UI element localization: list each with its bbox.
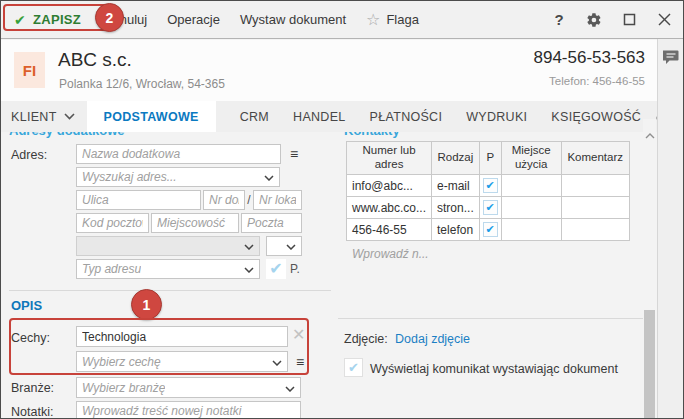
- contact-value-cell[interactable]: info@abc...: [347, 175, 432, 197]
- addresses-section-header: Adresy dodatkowe: [9, 132, 229, 139]
- post-input[interactable]: [241, 213, 302, 233]
- contact-comment-cell[interactable]: [561, 175, 629, 197]
- primary-label: P.: [290, 262, 300, 276]
- contacts-table: Numer lub adres Rodzaj P Miejsce użycia …: [346, 141, 630, 241]
- settings-gear-button[interactable]: [585, 11, 603, 29]
- gear-icon: [586, 12, 602, 28]
- help-button[interactable]: ?: [550, 11, 568, 29]
- address-type-combo[interactable]: Typ adresu: [76, 259, 260, 279]
- section-divider: [338, 318, 643, 319]
- tab-klient-label: KLIENT: [11, 110, 57, 124]
- close-button[interactable]: [655, 11, 673, 29]
- search-address-combo[interactable]: Wyszukaj adres...: [76, 167, 280, 187]
- notes-input[interactable]: [76, 401, 301, 419]
- contact-comment-cell[interactable]: [561, 197, 629, 219]
- photo-label: Zdjęcie:: [344, 332, 388, 346]
- tab-podstawowe[interactable]: PODSTAWOWE: [87, 101, 216, 132]
- contact-kind-cell[interactable]: e-mail: [432, 175, 480, 197]
- maximize-button[interactable]: [620, 11, 638, 29]
- address-label: Adres:: [11, 148, 47, 162]
- industry-label: Branże:: [11, 381, 54, 395]
- contact-kind-cell[interactable]: stron...: [432, 197, 480, 219]
- client-address: Polanka 12/6, Wrocław, 54-365: [59, 77, 225, 91]
- col-number: Numer lub adres: [347, 142, 432, 175]
- show-message-label: Wyświetlaj komunikat wystawiając dokumen…: [370, 362, 618, 376]
- contact-value-cell[interactable]: www.abc.co...: [347, 197, 432, 219]
- contact-usage-cell[interactable]: [501, 197, 561, 219]
- contact-row: 456-46-55 telefon ✔: [347, 219, 630, 241]
- contact-primary-checkbox[interactable]: ✔: [483, 222, 498, 237]
- scroll-up-icon[interactable]: [645, 133, 655, 139]
- issue-document-button[interactable]: Wystaw dokument: [240, 12, 346, 27]
- add-photo-link[interactable]: Dodaj zdjęcie: [395, 332, 470, 346]
- zip-input[interactable]: [76, 213, 149, 233]
- close-icon: [658, 13, 671, 26]
- check-icon: ✔: [486, 201, 495, 213]
- contact-comment-cell[interactable]: [561, 219, 629, 241]
- check-icon: ✔: [486, 223, 495, 235]
- contact-row: www.abc.co... stron... ✔: [347, 197, 630, 219]
- address-form: ≡ Wyszukaj adres... /: [76, 144, 302, 282]
- chevron-down-icon: [244, 244, 254, 250]
- address-primary-check-icon[interactable]: ✔: [266, 259, 286, 279]
- chevron-down-icon: [64, 113, 75, 120]
- small-combo[interactable]: [266, 236, 302, 256]
- contact-primary-checkbox[interactable]: ✔: [483, 178, 498, 193]
- chevron-down-icon: [272, 360, 282, 366]
- tab-crm[interactable]: CRM: [240, 101, 269, 132]
- tab-klient[interactable]: KLIENT: [11, 101, 75, 132]
- save-button[interactable]: ✔ ZAPISZ: [1, 12, 91, 28]
- client-name: ABC s.c.: [58, 49, 132, 71]
- country-combo[interactable]: [76, 236, 260, 256]
- col-kind: Rodzaj: [432, 142, 480, 175]
- feature-input[interactable]: [76, 326, 288, 347]
- house-number-input[interactable]: [203, 190, 245, 210]
- col-comment: Komentarz: [561, 142, 629, 175]
- contact-usage-cell[interactable]: [501, 219, 561, 241]
- contact-primary-checkbox[interactable]: ✔: [483, 200, 498, 215]
- flag-button[interactable]: ☆ Flaga: [366, 12, 419, 28]
- flag-label: Flaga: [386, 12, 419, 27]
- new-contact-placeholder[interactable]: Wprowadź n...: [352, 247, 429, 261]
- industry-combo[interactable]: Wybierz branżę: [76, 377, 301, 398]
- check-icon: ✔: [486, 179, 495, 191]
- show-message-checkbox[interactable]: ✔: [344, 358, 363, 377]
- vertical-scrollbar[interactable]: [643, 119, 656, 418]
- contacts-header-row: Numer lub adres Rodzaj P Miejsce użycia …: [347, 142, 630, 175]
- col-usage: Miejsce użycia: [501, 142, 561, 175]
- client-edit-window: ✔ ZAPISZ Anuluj Operacje Wystaw dokument…: [0, 0, 684, 419]
- comment-icon[interactable]: [663, 49, 680, 65]
- operations-menu[interactable]: Operacje: [167, 12, 220, 27]
- client-tax-id: 894-56-53-563: [533, 48, 645, 68]
- contact-kind-cell[interactable]: telefon: [432, 219, 480, 241]
- tab-platnosci[interactable]: PŁATNOŚCI: [370, 101, 443, 132]
- clear-feature-icon[interactable]: ✕: [292, 327, 305, 343]
- client-phone: Telefon: 456-46-55: [549, 75, 645, 87]
- contact-usage-cell[interactable]: [501, 175, 561, 197]
- city-input[interactable]: [151, 213, 239, 233]
- tab-wydruki[interactable]: WYDRUKI: [466, 101, 527, 132]
- address-separator: /: [245, 193, 253, 207]
- tab-ksiegowosc[interactable]: KSIĘGOWOŚĆ: [551, 101, 641, 132]
- contact-row: info@abc... e-mail ✔: [347, 175, 630, 197]
- col-primary: P: [479, 142, 501, 175]
- side-panel-strip: [657, 39, 684, 418]
- extra-name-input[interactable]: [76, 144, 281, 164]
- feature-menu-icon[interactable]: ≡: [292, 352, 308, 372]
- tab-handel[interactable]: HANDEL: [293, 101, 346, 132]
- opis-section-header: OPIS: [11, 298, 42, 313]
- toolbar: ✔ ZAPISZ Anuluj Operacje Wystaw dokument…: [1, 1, 683, 39]
- scrollbar-thumb[interactable]: [644, 310, 655, 419]
- client-header: FI ABC s.c. Polanka 12/6, Wrocław, 54-36…: [1, 40, 657, 101]
- client-type-badge: FI: [14, 52, 45, 88]
- section-divider: [9, 290, 331, 291]
- feature-picker-combo[interactable]: Wybierz cechę: [76, 351, 288, 372]
- contact-value-cell[interactable]: 456-46-55: [347, 219, 432, 241]
- chevron-down-icon: [244, 267, 254, 273]
- menu-icon[interactable]: ≡: [286, 144, 302, 164]
- street-input[interactable]: [76, 190, 201, 210]
- unit-number-input[interactable]: [253, 190, 302, 210]
- cancel-button[interactable]: Anuluj: [111, 12, 147, 27]
- window-controls: ?: [550, 11, 683, 29]
- maximize-icon: [623, 13, 636, 26]
